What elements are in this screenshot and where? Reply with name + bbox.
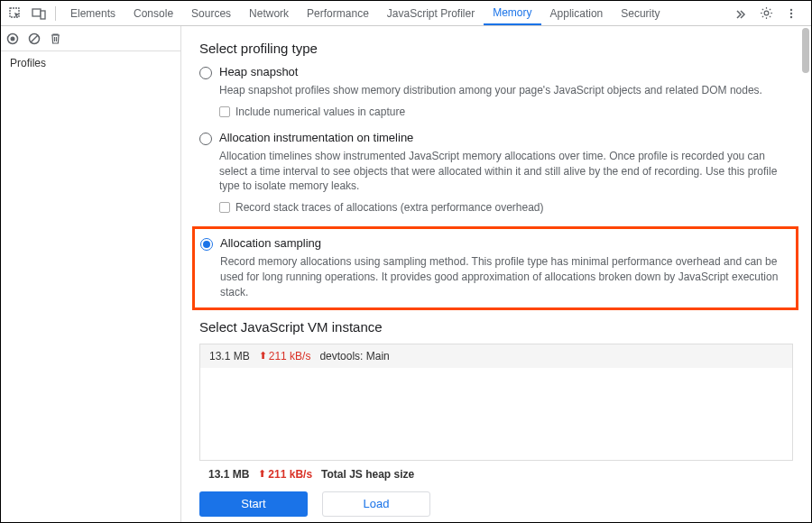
total-rate: ⬆ 211 kB/s <box>258 468 312 481</box>
sidebar-toolbar <box>1 26 180 51</box>
sub-option-label: Include numerical values in capture <box>235 106 405 118</box>
radio-icon[interactable] <box>199 133 212 145</box>
option-allocation-timeline[interactable]: Allocation instrumentation on timeline <box>199 131 793 145</box>
svg-point-8 <box>11 36 15 41</box>
svg-point-3 <box>764 11 769 15</box>
vm-instance-list: 13.1 MB ⬆ 211 kB/s devtools: Main <box>199 344 793 461</box>
vm-memory-size: 13.1 MB <box>209 350 250 362</box>
content-area: Profiles Select profiling type Heap snap… <box>1 26 811 522</box>
vm-instance-row[interactable]: 13.1 MB ⬆ 211 kB/s devtools: Main <box>200 344 792 368</box>
option-label: Heap snapshot <box>219 65 298 78</box>
footer-stats: 13.1 MB ⬆ 211 kB/s Total JS heap size <box>199 461 793 488</box>
main-panel: Select profiling type Heap snapshot Heap… <box>181 26 811 522</box>
action-buttons: Start Load <box>199 488 793 517</box>
arrow-up-icon: ⬆ <box>258 468 266 480</box>
total-size: 13.1 MB <box>208 468 249 481</box>
highlight-allocation-sampling: Allocation sampling Record memory alloca… <box>192 226 798 309</box>
devtools-topbar: Elements Console Sources Network Perform… <box>1 1 811 26</box>
option-desc: Record memory allocations using sampling… <box>220 254 790 299</box>
checkbox-icon[interactable] <box>219 202 230 213</box>
trash-icon[interactable] <box>50 32 61 45</box>
tab-elements[interactable]: Elements <box>61 1 125 25</box>
radio-icon[interactable] <box>200 238 213 251</box>
vm-rate: ⬆ 211 kB/s <box>259 350 311 362</box>
svg-point-5 <box>790 12 792 14</box>
vm-instance-heading: Select JavaScript VM instance <box>199 319 793 335</box>
svg-point-6 <box>790 15 792 17</box>
tab-security[interactable]: Security <box>612 1 669 25</box>
gear-icon[interactable] <box>755 3 777 24</box>
sidebar: Profiles <box>1 26 181 522</box>
total-label: Total JS heap size <box>321 468 414 481</box>
tab-console[interactable]: Console <box>125 1 182 25</box>
vm-rate-value: 211 kB/s <box>269 350 311 362</box>
option-desc: Allocation timelines show instrumented J… <box>219 149 793 194</box>
start-button[interactable]: Start <box>199 491 308 517</box>
option-allocation-sampling[interactable]: Allocation sampling <box>200 236 790 251</box>
tab-network[interactable]: Network <box>240 1 298 25</box>
total-rate-value: 211 kB/s <box>268 468 312 481</box>
more-tabs-icon[interactable] <box>730 3 752 24</box>
sidebar-item-profiles[interactable]: Profiles <box>1 51 180 75</box>
panel-tabs: Elements Console Sources Network Perform… <box>61 1 728 25</box>
svg-rect-1 <box>32 9 41 16</box>
sub-option-include-numerical[interactable]: Include numerical values in capture <box>219 106 793 118</box>
load-button[interactable]: Load <box>322 491 430 517</box>
tab-memory[interactable]: Memory <box>484 1 540 25</box>
tab-js-profiler[interactable]: JavaScript Profiler <box>378 1 484 25</box>
option-label: Allocation instrumentation on timeline <box>219 131 413 144</box>
option-label: Allocation sampling <box>220 236 321 250</box>
svg-rect-2 <box>41 11 45 19</box>
scrollbar[interactable] <box>802 28 809 73</box>
tab-application[interactable]: Application <box>541 1 613 25</box>
vm-name: devtools: Main <box>319 350 389 362</box>
device-toggle-icon[interactable] <box>28 3 50 24</box>
radio-icon[interactable] <box>199 67 212 79</box>
clear-icon[interactable] <box>28 32 41 45</box>
topbar-right <box>730 3 807 24</box>
inspect-icon[interactable] <box>5 3 26 24</box>
checkbox-icon[interactable] <box>219 106 230 117</box>
tab-performance[interactable]: Performance <box>298 1 378 25</box>
sub-option-label: Record stack traces of allocations (extr… <box>235 201 544 214</box>
divider <box>55 6 56 21</box>
svg-line-10 <box>31 35 38 42</box>
profiling-type-heading: Select profiling type <box>199 41 793 56</box>
tab-sources[interactable]: Sources <box>182 1 240 25</box>
sub-option-record-stack-traces[interactable]: Record stack traces of allocations (extr… <box>219 201 793 214</box>
option-desc: Heap snapshot profiles show memory distr… <box>219 83 793 98</box>
arrow-up-icon: ⬆ <box>259 350 267 362</box>
record-icon[interactable] <box>6 32 19 45</box>
svg-point-4 <box>790 8 792 10</box>
option-heap-snapshot[interactable]: Heap snapshot <box>199 65 793 79</box>
kebab-menu-icon[interactable] <box>780 3 802 24</box>
